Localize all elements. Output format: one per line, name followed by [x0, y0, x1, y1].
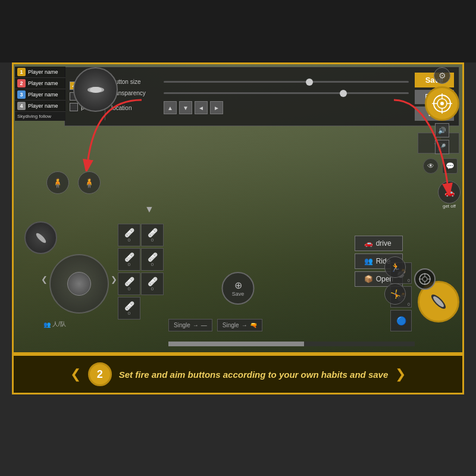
skydiving-label: Skydiving follow	[15, 112, 65, 121]
player-name-4: Player name	[28, 103, 58, 109]
bottom-icon-text: 2	[97, 368, 103, 381]
people-icon: 👥	[43, 321, 51, 328]
joystick-inner	[67, 272, 91, 296]
get-off-label: get off	[443, 203, 456, 209]
bottom-bar-description: Set fire and aim buttons according to yo…	[119, 369, 389, 380]
inv-count-5: 0	[128, 286, 130, 292]
button-size-row: Button size	[111, 79, 409, 85]
player-name-3: Player name	[28, 92, 58, 98]
inv-item-4[interactable]: 🩹0	[141, 248, 164, 271]
transparency-thumb[interactable]	[340, 90, 347, 97]
inventory-grid: 🩹0 🩹0 🩹0 🩹0 🩹0 🩹0 🩹0	[118, 224, 162, 320]
single-label-1: Single	[174, 322, 190, 328]
location-right-btn[interactable]: ►	[210, 101, 223, 114]
button-size-thumb[interactable]	[306, 79, 313, 86]
svg-point-13	[422, 277, 427, 281]
inv-count-4: 0	[151, 262, 154, 267]
inv-item-6[interactable]: 🩹0	[141, 273, 164, 295]
player-name-2: Player name	[28, 80, 58, 86]
location-controls: ▲ ▼ ◄ ►	[164, 101, 223, 114]
drive-button[interactable]: 🚗 drive	[355, 236, 403, 251]
ammo-bar	[168, 342, 415, 346]
single-arrow-1: →	[193, 322, 199, 328]
joystick-area[interactable]: ❮ ❯	[49, 254, 109, 314]
ride-icon: 👥	[364, 257, 373, 265]
save-label: Save	[232, 291, 245, 297]
inv-item-1[interactable]: 🩹0	[118, 224, 140, 246]
settings-middle: Button size transparency location ▲ ▼	[111, 79, 409, 114]
expand-arrow[interactable]: ▼	[145, 204, 154, 215]
single-icon-2: 🔫	[250, 322, 257, 328]
player-num-4: 4	[17, 102, 26, 110]
grenade-count-2: 0	[408, 302, 410, 306]
game-area: plan 1 plan 2 plan 3 Button size	[12, 62, 464, 354]
location-left-btn[interactable]: ◄	[195, 101, 208, 114]
ammo-fill	[168, 342, 304, 346]
inv-count-1: 0	[128, 237, 130, 243]
player-name-1: Player name	[28, 69, 58, 75]
top-area	[0, 0, 476, 62]
location-down-btn[interactable]: ▼	[179, 101, 192, 114]
bullet-small-circle[interactable]	[24, 221, 57, 254]
joystick-outer[interactable]	[49, 254, 109, 314]
drive-icon: 🚗	[364, 239, 373, 248]
player-num-3: 3	[17, 90, 26, 99]
center-save-button[interactable]: ⊕ Save	[222, 272, 255, 305]
player-entry-1: 1 Player name	[15, 67, 65, 78]
player-icons-mid: 🧍 🧍	[46, 171, 101, 194]
open-icon: 📦	[364, 275, 373, 283]
gear-icon[interactable]: ⚙	[434, 67, 450, 84]
button-size-label: Button size	[111, 79, 159, 85]
inv-item-2[interactable]: 🩹0	[141, 224, 164, 246]
dir-right-arrow: ❯	[111, 275, 117, 284]
button-size-slider[interactable]	[164, 81, 409, 83]
small-bullet-icon	[32, 229, 50, 247]
inv-count-3: 0	[128, 262, 130, 267]
player-num-2: 2	[17, 79, 26, 87]
location-row: location ▲ ▼ ◄ ►	[111, 101, 409, 114]
single-buttons-row: Single → — Single → 🔫	[168, 319, 262, 331]
grenade-count-1: 0	[408, 278, 410, 283]
inv-item-5[interactable]: 🩹0	[118, 273, 140, 295]
player-num-1: 1	[17, 68, 26, 76]
drive-label: drive	[376, 239, 392, 248]
scope-bottom[interactable]	[414, 268, 436, 290]
big-bullet-icon	[425, 289, 452, 315]
dir-left-arrow: ❮	[41, 275, 48, 284]
single-btn-1[interactable]: Single → —	[168, 319, 212, 331]
bottom-bar-icon: 2	[88, 362, 112, 386]
grenade-btn-3[interactable]: 🔵	[390, 310, 412, 331]
single-label-2: Single	[223, 322, 239, 328]
bottom-bar: ❮ 2 Set fire and aim buttons according t…	[12, 354, 464, 394]
prone-icon[interactable]: 🤸	[384, 283, 406, 305]
scope-icon	[418, 273, 431, 286]
people-counter: 👥 人/队	[43, 320, 66, 328]
outer-container: plan 1 plan 2 plan 3 Button size	[0, 0, 476, 476]
inv-count-6: 0	[151, 286, 154, 292]
transparency-row: transparency	[111, 90, 409, 96]
player-avatar-1[interactable]: 🧍	[46, 171, 69, 194]
red-arrow-right	[388, 94, 459, 195]
player-entry-2: 2 Player name	[15, 78, 65, 89]
single-btn-2[interactable]: Single → 🔫	[217, 319, 262, 331]
run-icon[interactable]: 🏃	[384, 256, 406, 278]
inv-count-7: 0	[128, 311, 130, 316]
player-avatar-2[interactable]: 🧍	[78, 171, 101, 194]
bottom-arrow-right: ❯	[395, 367, 406, 382]
single-arrow-2: →	[242, 322, 248, 328]
inv-count-2: 0	[151, 237, 154, 243]
transparency-slider[interactable]	[164, 92, 409, 94]
red-arrow-left	[76, 94, 148, 171]
bottom-arrow-left: ❮	[70, 367, 81, 382]
player-entry-3: 3 Player name	[15, 89, 65, 101]
save-plus-icon: ⊕	[234, 280, 242, 291]
left-panel: 1 Player name 2 Player name 3 Player nam…	[15, 67, 65, 121]
location-up-btn[interactable]: ▲	[164, 101, 177, 114]
people-count: 人/队	[52, 320, 66, 328]
player-entry-4: 4 Player name	[15, 101, 65, 112]
inv-item-7[interactable]: 🩹0	[118, 297, 140, 320]
inv-item-3[interactable]: 🩹0	[118, 248, 140, 271]
single-icon-1: —	[201, 322, 207, 328]
svg-point-9	[35, 231, 47, 244]
